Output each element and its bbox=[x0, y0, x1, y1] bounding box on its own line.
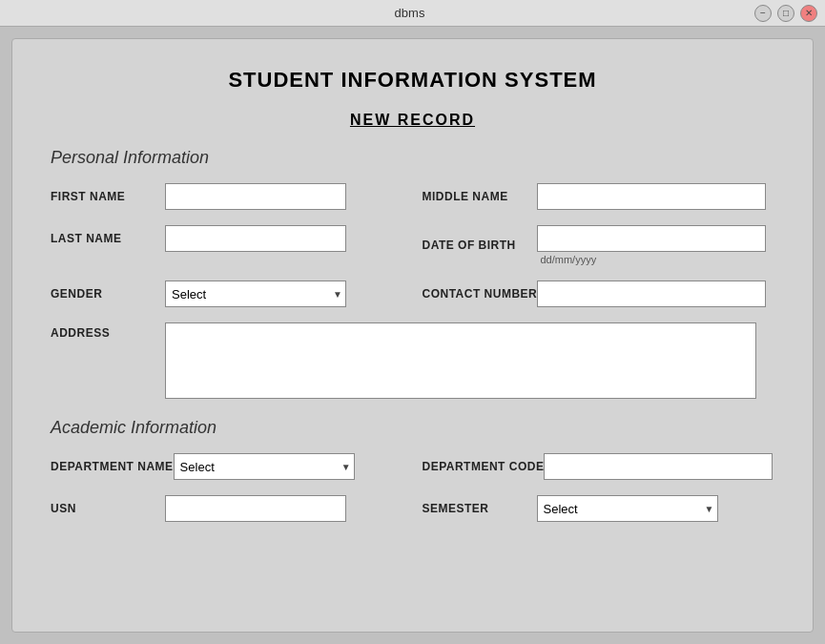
dept-name-label: DEPARTMENT NAME bbox=[51, 460, 174, 473]
dept-name-select[interactable]: Select Computer Science Information Tech… bbox=[174, 453, 355, 480]
close-icon: ✕ bbox=[805, 8, 813, 18]
usn-field: USN bbox=[51, 495, 403, 522]
contact-input[interactable] bbox=[537, 280, 766, 307]
name-row: FIRST NAME MIDDLE NAME bbox=[51, 183, 774, 210]
close-button[interactable]: ✕ bbox=[800, 5, 817, 22]
last-name-field: LAST NAME bbox=[51, 225, 403, 252]
semester-select[interactable]: Select 1 2 3 4 5 6 7 8 bbox=[537, 495, 718, 522]
dob-label: DATE OF BIRTH bbox=[423, 239, 537, 252]
semester-field: SEMESTER Select 1 2 3 4 5 6 7 8 ▼ bbox=[423, 495, 775, 522]
last-name-label: LAST NAME bbox=[51, 232, 165, 245]
gender-field: GENDER Select Male Female Other ▼ bbox=[51, 280, 403, 307]
semester-select-wrapper: Select 1 2 3 4 5 6 7 8 ▼ bbox=[537, 495, 718, 522]
academic-info-heading: Academic Information bbox=[51, 418, 774, 438]
dept-name-select-wrapper: Select Computer Science Information Tech… bbox=[174, 453, 355, 480]
middle-name-input[interactable] bbox=[537, 183, 766, 210]
maximize-icon: □ bbox=[783, 8, 789, 18]
contact-field: CONTACT NUMBER bbox=[423, 280, 775, 307]
title-bar-text: dbms bbox=[65, 6, 754, 20]
app-title: STUDENT INFORMATION SYSTEM bbox=[51, 68, 774, 93]
dept-code-input[interactable] bbox=[544, 453, 773, 480]
usn-input[interactable] bbox=[165, 495, 346, 522]
dob-input[interactable] bbox=[537, 225, 766, 252]
last-name-input[interactable] bbox=[165, 225, 346, 252]
usn-label: USN bbox=[51, 502, 165, 515]
middle-name-label: MIDDLE NAME bbox=[423, 190, 537, 203]
gender-select[interactable]: Select Male Female Other bbox=[165, 280, 346, 307]
address-row: ADDRESS bbox=[51, 322, 774, 399]
first-name-field: FIRST NAME bbox=[51, 183, 403, 210]
record-title-container: NEW RECORD bbox=[51, 112, 774, 129]
gender-contact-row: GENDER Select Male Female Other ▼ CONTAC… bbox=[51, 280, 774, 307]
usn-semester-row: USN SEMESTER Select 1 2 3 4 5 6 7 8 bbox=[51, 495, 774, 522]
title-bar: dbms − □ ✕ bbox=[0, 0, 825, 27]
dept-row: DEPARTMENT NAME Select Computer Science … bbox=[51, 453, 774, 480]
contact-label: CONTACT NUMBER bbox=[423, 287, 538, 301]
minimize-button[interactable]: − bbox=[754, 5, 772, 22]
window-controls: − □ ✕ bbox=[754, 5, 817, 22]
personal-info-heading: Personal Information bbox=[51, 148, 774, 168]
dob-wrapper: dd/mm/yyyy bbox=[537, 225, 766, 265]
main-window: STUDENT INFORMATION SYSTEM NEW RECORD Pe… bbox=[11, 38, 814, 633]
personal-info-section: Personal Information FIRST NAME MIDDLE N… bbox=[51, 148, 774, 399]
dept-name-field: DEPARTMENT NAME Select Computer Science … bbox=[51, 453, 403, 480]
dob-helper: dd/mm/yyyy bbox=[541, 254, 766, 265]
gender-select-wrapper: Select Male Female Other ▼ bbox=[165, 280, 346, 307]
gender-label: GENDER bbox=[51, 287, 165, 301]
lastname-dob-row: LAST NAME DATE OF BIRTH dd/mm/yyyy bbox=[51, 225, 774, 265]
address-input[interactable] bbox=[165, 322, 756, 399]
first-name-input[interactable] bbox=[165, 183, 346, 210]
semester-label: SEMESTER bbox=[423, 502, 537, 515]
first-name-label: FIRST NAME bbox=[51, 190, 165, 203]
dob-field: DATE OF BIRTH dd/mm/yyyy bbox=[423, 225, 775, 265]
dept-code-field: DEPARTMENT CODE bbox=[423, 453, 775, 480]
minimize-icon: − bbox=[760, 8, 766, 18]
maximize-button[interactable]: □ bbox=[777, 5, 794, 22]
record-title: NEW RECORD bbox=[350, 112, 475, 128]
academic-info-section: Academic Information DEPARTMENT NAME Sel… bbox=[51, 418, 774, 522]
middle-name-field: MIDDLE NAME bbox=[423, 183, 775, 210]
address-label: ADDRESS bbox=[51, 322, 165, 340]
dept-code-label: DEPARTMENT CODE bbox=[423, 460, 545, 473]
